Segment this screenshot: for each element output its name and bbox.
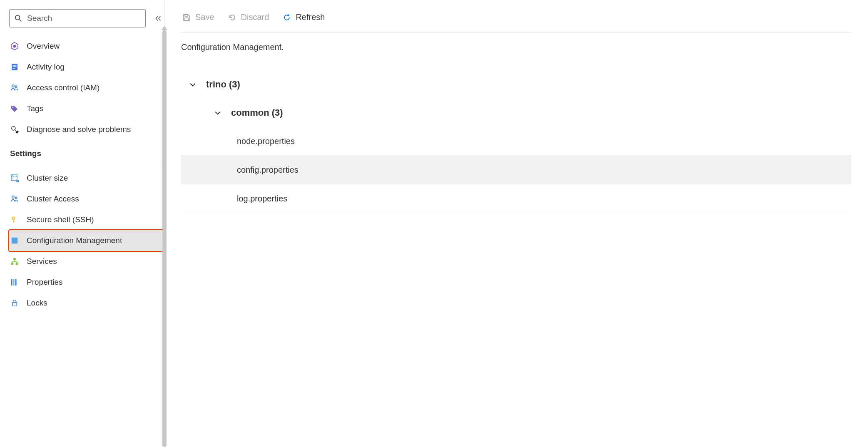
sidebar-item-label: Secure shell (SSH) bbox=[27, 215, 159, 224]
discard-button[interactable]: Discard bbox=[227, 11, 270, 24]
iam-icon bbox=[10, 83, 19, 92]
sidebar: Overview Activity log Access control ( bbox=[0, 0, 164, 447]
svg-rect-5 bbox=[13, 65, 17, 66]
svg-rect-7 bbox=[13, 68, 15, 69]
divider bbox=[9, 165, 164, 165]
sidebar-item-label: Diagnose and solve problems bbox=[27, 125, 159, 134]
sidebar-item-label: Cluster Access bbox=[27, 194, 159, 204]
svg-line-1 bbox=[20, 20, 22, 22]
sidebar-section-settings: Settings bbox=[9, 140, 164, 162]
tree-node-label: common (3) bbox=[231, 107, 283, 118]
svg-rect-19 bbox=[13, 221, 15, 222]
activitylog-icon bbox=[10, 62, 19, 72]
search-icon bbox=[14, 14, 23, 23]
sidebar-search-row bbox=[9, 9, 164, 27]
sidebar-item-diagnose[interactable]: Diagnose and solve problems bbox=[9, 119, 164, 140]
save-button[interactable]: Save bbox=[181, 11, 215, 24]
svg-point-11 bbox=[12, 127, 15, 130]
svg-point-17 bbox=[13, 218, 14, 219]
toolbar: Save Discard Refresh bbox=[181, 11, 851, 32]
tree-leaf-label: log.properties bbox=[237, 194, 287, 204]
properties-icon bbox=[10, 278, 19, 287]
discard-icon bbox=[228, 13, 237, 22]
overview-icon bbox=[10, 42, 19, 51]
tree-node-group[interactable]: common (3) bbox=[181, 99, 851, 127]
sidebar-item-properties[interactable]: Properties bbox=[9, 272, 164, 293]
sidebar-item-cluster-access[interactable]: Cluster Access bbox=[9, 189, 164, 209]
collapse-sidebar-button[interactable] bbox=[152, 15, 164, 22]
tree-leaf-log-properties[interactable]: log.properties bbox=[181, 184, 851, 213]
svg-rect-6 bbox=[13, 67, 17, 67]
svg-point-0 bbox=[15, 15, 20, 20]
svg-point-3 bbox=[13, 45, 16, 48]
refresh-button[interactable]: Refresh bbox=[281, 11, 326, 24]
svg-rect-25 bbox=[13, 279, 15, 286]
svg-point-8 bbox=[12, 85, 14, 87]
sidebar-search-box[interactable] bbox=[9, 9, 146, 27]
main-content: Save Discard Refresh Configuration Manag… bbox=[164, 0, 868, 447]
chevron-down-icon bbox=[189, 81, 197, 88]
svg-rect-20 bbox=[12, 238, 17, 243]
svg-point-15 bbox=[15, 197, 17, 199]
ssh-icon bbox=[10, 215, 19, 224]
tree-leaf-label: config.properties bbox=[237, 165, 298, 175]
sidebar-item-cluster-size[interactable]: Cluster size bbox=[9, 168, 164, 189]
sidebar-item-label: Tags bbox=[27, 104, 159, 113]
svg-rect-13 bbox=[11, 175, 17, 181]
svg-rect-24 bbox=[11, 279, 12, 286]
sidebar-item-label: Overview bbox=[27, 42, 159, 51]
diagnose-icon bbox=[10, 125, 19, 134]
tree-node-label: trino (3) bbox=[206, 79, 240, 90]
sidebar-item-ssh[interactable]: Secure shell (SSH) bbox=[9, 209, 164, 230]
save-icon bbox=[182, 13, 191, 22]
clusteraccess-icon bbox=[10, 194, 19, 204]
svg-rect-26 bbox=[15, 279, 17, 286]
config-icon bbox=[10, 236, 19, 245]
sidebar-item-activity-log[interactable]: Activity log bbox=[9, 57, 164, 77]
discard-label: Discard bbox=[241, 12, 269, 22]
svg-point-14 bbox=[12, 196, 14, 198]
sidebar-item-label: Properties bbox=[27, 278, 159, 287]
svg-rect-28 bbox=[185, 15, 188, 16]
chevron-down-icon bbox=[214, 109, 222, 117]
svg-point-9 bbox=[15, 86, 17, 87]
config-tree: trino (3) common (3) node.properties con… bbox=[181, 70, 851, 213]
svg-rect-21 bbox=[13, 258, 15, 260]
sidebar-item-overview[interactable]: Overview bbox=[9, 36, 164, 57]
sidebar-item-label: Access control (IAM) bbox=[27, 83, 159, 92]
sidebar-item-label: Cluster size bbox=[27, 174, 159, 183]
sidebar-item-label: Services bbox=[27, 257, 159, 266]
page-description: Configuration Management. bbox=[181, 42, 851, 52]
scrollbar[interactable] bbox=[162, 30, 167, 447]
tree-leaf-config-properties[interactable]: config.properties bbox=[181, 156, 851, 184]
sidebar-item-services[interactable]: Services bbox=[9, 251, 164, 272]
locks-icon bbox=[10, 298, 19, 308]
refresh-label: Refresh bbox=[296, 12, 325, 22]
search-input[interactable] bbox=[27, 14, 141, 23]
sidebar-item-access-control[interactable]: Access control (IAM) bbox=[9, 77, 164, 98]
save-label: Save bbox=[195, 12, 214, 22]
tree-leaf-label: node.properties bbox=[237, 137, 295, 146]
sidebar-item-configuration-management[interactable]: Configuration Management bbox=[9, 230, 164, 251]
tree-leaf-node-properties[interactable]: node.properties bbox=[181, 127, 851, 155]
svg-rect-29 bbox=[185, 18, 188, 20]
svg-rect-22 bbox=[11, 263, 13, 265]
sidebar-item-label: Activity log bbox=[27, 62, 159, 72]
sidebar-item-locks[interactable]: Locks bbox=[9, 293, 164, 313]
svg-rect-23 bbox=[16, 263, 18, 265]
services-icon bbox=[10, 257, 19, 266]
tree-node-root[interactable]: trino (3) bbox=[181, 70, 851, 99]
sidebar-item-label: Locks bbox=[27, 298, 159, 308]
svg-rect-27 bbox=[12, 303, 17, 306]
svg-point-10 bbox=[12, 107, 14, 108]
refresh-icon bbox=[282, 13, 291, 22]
svg-rect-18 bbox=[13, 219, 14, 223]
sidebar-item-tags[interactable]: Tags bbox=[9, 98, 164, 119]
clustersize-icon bbox=[10, 174, 19, 183]
divider bbox=[181, 213, 851, 213]
sidebar-item-label: Configuration Management bbox=[27, 236, 159, 245]
tags-icon bbox=[10, 104, 19, 113]
